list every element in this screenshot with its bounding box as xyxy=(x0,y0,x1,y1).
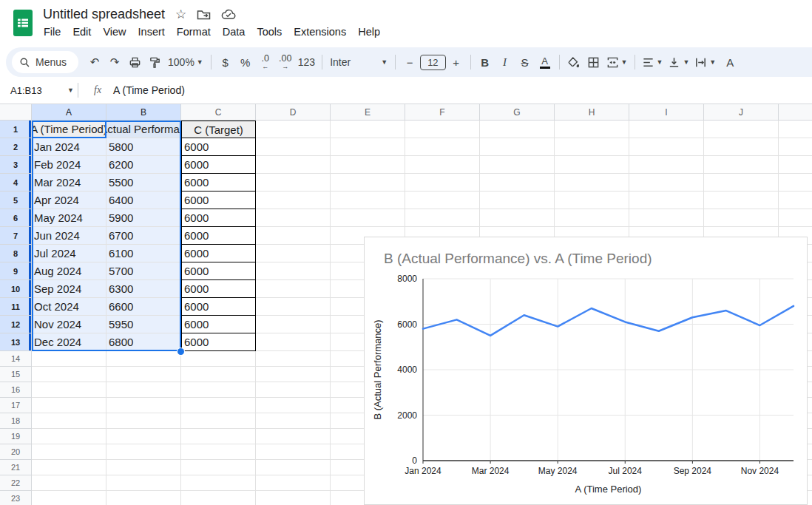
cell-B15[interactable] xyxy=(106,367,181,382)
cell-J1[interactable] xyxy=(704,121,779,138)
more-formats-button[interactable]: 123 xyxy=(296,52,317,72)
cell-C5[interactable]: 6000 xyxy=(181,192,256,209)
cell-H6[interactable] xyxy=(555,209,629,227)
column-header-G[interactable]: G xyxy=(480,104,555,121)
cell-K4[interactable] xyxy=(779,174,812,192)
cell-J3[interactable] xyxy=(704,156,779,174)
text-wrap-button[interactable]: ▼ xyxy=(692,52,718,72)
cell-D11[interactable] xyxy=(256,298,331,316)
cell-E1[interactable] xyxy=(331,121,405,138)
cell-I5[interactable] xyxy=(629,192,704,209)
cell-E5[interactable] xyxy=(331,192,405,209)
cell-C7[interactable]: 6000 xyxy=(181,227,256,245)
cell-H5[interactable] xyxy=(555,192,629,209)
vertical-align-button[interactable]: ▼ xyxy=(666,52,691,72)
cell-C14[interactable] xyxy=(181,351,256,367)
row-header-17[interactable]: 17 xyxy=(0,398,32,413)
cell-C8[interactable]: 6000 xyxy=(181,245,256,262)
cell-D7[interactable] xyxy=(256,227,331,245)
star-icon[interactable]: ☆ xyxy=(175,8,186,21)
bold-button[interactable]: B xyxy=(476,52,495,72)
text-rotation-button[interactable]: A xyxy=(720,52,740,72)
cell-B20[interactable] xyxy=(106,444,181,460)
cell-A3[interactable]: Feb 2024 xyxy=(32,156,106,174)
paint-format-button[interactable] xyxy=(145,52,164,72)
cell-F5[interactable] xyxy=(405,192,480,209)
cell-I2[interactable] xyxy=(629,138,704,156)
cell-D20[interactable] xyxy=(256,444,331,460)
cell-A22[interactable] xyxy=(32,475,106,491)
increase-decimal-button[interactable]: .00→ xyxy=(276,52,295,72)
horizontal-align-button[interactable]: ▼ xyxy=(640,52,666,72)
strikethrough-button[interactable]: S xyxy=(515,52,535,72)
select-all-corner[interactable] xyxy=(0,104,32,121)
cell-D17[interactable] xyxy=(256,398,331,413)
row-header-14[interactable]: 14 xyxy=(0,351,32,367)
menu-tools[interactable]: Tools xyxy=(251,24,288,39)
cell-D21[interactable] xyxy=(256,460,331,475)
cell-C1[interactable]: C (Target) xyxy=(181,121,256,138)
cell-D2[interactable] xyxy=(256,138,331,156)
cell-B21[interactable] xyxy=(106,460,181,475)
cell-H2[interactable] xyxy=(555,138,629,156)
cell-A2[interactable]: Jan 2024 xyxy=(32,138,106,156)
italic-button[interactable]: I xyxy=(495,52,515,72)
cell-K5[interactable] xyxy=(779,192,812,209)
cell-C23[interactable] xyxy=(181,491,256,505)
cell-C17[interactable] xyxy=(181,398,256,413)
sheets-logo-icon[interactable] xyxy=(13,9,33,37)
cell-D23[interactable] xyxy=(256,491,331,505)
cell-J6[interactable] xyxy=(704,209,779,227)
cell-K2[interactable] xyxy=(779,138,812,156)
cell-B7[interactable]: 6700 xyxy=(106,227,181,245)
cell-A13[interactable]: Dec 2024 xyxy=(32,333,106,351)
row-header-3[interactable]: 3 xyxy=(0,156,32,174)
cell-C19[interactable] xyxy=(181,429,256,444)
cell-C22[interactable] xyxy=(181,475,256,491)
row-header-10[interactable]: 10 xyxy=(0,280,32,298)
cell-H3[interactable] xyxy=(555,156,629,174)
cell-F3[interactable] xyxy=(405,156,480,174)
cell-D22[interactable] xyxy=(256,475,331,491)
format-percent-button[interactable]: % xyxy=(236,52,255,72)
cell-D15[interactable] xyxy=(256,367,331,382)
cell-D8[interactable] xyxy=(256,245,331,262)
row-header-9[interactable]: 9 xyxy=(0,262,32,280)
column-header-B[interactable]: B xyxy=(106,104,181,121)
cell-C20[interactable] xyxy=(181,444,256,460)
cell-A17[interactable] xyxy=(32,398,106,413)
cell-D6[interactable] xyxy=(256,209,331,227)
cell-E6[interactable] xyxy=(331,209,405,227)
cell-G6[interactable] xyxy=(480,209,555,227)
menu-edit[interactable]: Edit xyxy=(67,24,97,39)
cell-D4[interactable] xyxy=(256,174,331,192)
cell-B5[interactable]: 6400 xyxy=(106,192,181,209)
column-header-A[interactable]: A xyxy=(32,104,106,121)
cell-B8[interactable]: 6100 xyxy=(106,245,181,262)
cell-A19[interactable] xyxy=(32,429,106,444)
format-currency-button[interactable]: $ xyxy=(216,52,235,72)
column-header-J[interactable]: J xyxy=(704,104,779,121)
cell-B3[interactable]: 6200 xyxy=(106,156,181,174)
menu-view[interactable]: View xyxy=(97,24,132,39)
merge-cells-button[interactable]: ▼ xyxy=(604,52,630,72)
cell-B6[interactable]: 5900 xyxy=(106,209,181,227)
cell-J2[interactable] xyxy=(704,138,779,156)
cell-D12[interactable] xyxy=(256,316,331,333)
borders-button[interactable] xyxy=(584,52,603,72)
cell-A8[interactable]: Jul 2024 xyxy=(32,245,106,262)
cell-B9[interactable]: 5700 xyxy=(106,262,181,280)
cell-A12[interactable]: Nov 2024 xyxy=(32,316,106,333)
cell-C3[interactable]: 6000 xyxy=(181,156,256,174)
row-header-20[interactable]: 20 xyxy=(0,444,32,460)
decrease-font-size-button[interactable]: − xyxy=(400,52,419,72)
row-header-15[interactable]: 15 xyxy=(0,367,32,382)
cell-C6[interactable]: 6000 xyxy=(181,209,256,227)
row-header-8[interactable]: 8 xyxy=(0,245,32,262)
cell-A4[interactable]: Mar 2024 xyxy=(32,174,106,192)
cell-C10[interactable]: 6000 xyxy=(181,280,256,298)
cell-B19[interactable] xyxy=(106,429,181,444)
cell-D9[interactable] xyxy=(256,262,331,280)
cell-B12[interactable]: 5950 xyxy=(106,316,181,333)
column-header-E[interactable]: E xyxy=(331,104,405,121)
